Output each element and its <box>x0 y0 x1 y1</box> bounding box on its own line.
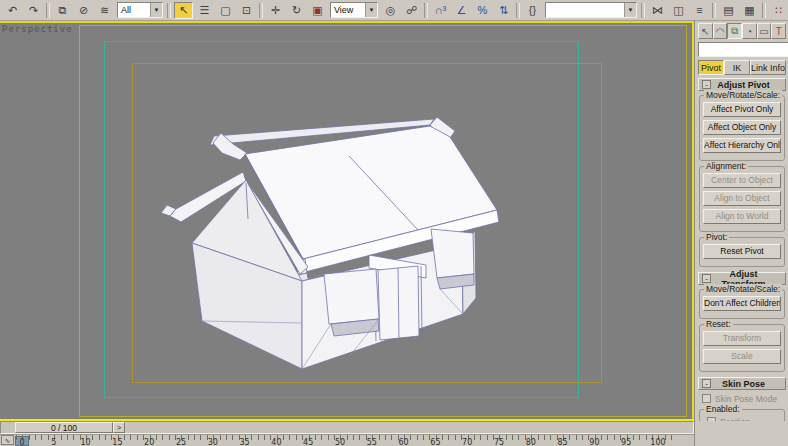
time-slider-handle[interactable]: 0 / 100 <box>15 422 113 433</box>
frame-label-80: 80 <box>526 438 536 446</box>
next-frame-button[interactable]: > <box>113 422 125 433</box>
frame-label-85: 85 <box>558 438 568 446</box>
subtab-pivot[interactable]: Pivot <box>698 60 724 75</box>
open-mini-curve-editor-icon[interactable]: ∿ <box>1 435 14 445</box>
edit-named-selection-sets-icon[interactable]: {} <box>523 2 542 19</box>
object-name-field[interactable] <box>698 42 788 57</box>
reset-pivot-button[interactable]: Reset Pivot <box>703 244 781 259</box>
group-label: Alignment: <box>704 161 748 171</box>
select-object-icon[interactable]: ↖ <box>174 2 193 19</box>
collapse-icon[interactable]: - <box>702 80 711 89</box>
tab-modify-icon[interactable]: ◠ <box>713 23 728 39</box>
toolbar-separator <box>424 3 428 18</box>
command-panel-tabs: ↖◠⧉◔▭T <box>698 23 786 40</box>
toolbar-separator <box>46 3 50 18</box>
select-by-name-icon[interactable]: ☰ <box>195 2 214 19</box>
rollout-header-skin-pose[interactable]: -Skin Pose <box>698 377 786 390</box>
toolbar-separator <box>259 3 263 18</box>
select-and-link-icon[interactable]: ⧉ <box>53 2 72 19</box>
tab-display-icon[interactable]: ▭ <box>757 23 772 39</box>
frame-label-35: 35 <box>240 438 250 446</box>
group-label: Reset: <box>704 319 733 329</box>
frame-label-55: 55 <box>367 438 377 446</box>
selection-filter-dropdown[interactable]: All▼ <box>117 2 163 18</box>
toolbar-separator <box>762 3 766 18</box>
chevron-down-icon[interactable]: ▼ <box>150 3 162 17</box>
schematic-view-icon[interactable]: ▦ <box>740 2 759 19</box>
layer-manager-icon[interactable]: ≡ <box>690 2 709 19</box>
undo-icon[interactable]: ↶ <box>3 2 22 19</box>
frame-label-15: 15 <box>112 438 122 446</box>
group-label: Move/Rotate/Scale: <box>704 284 782 294</box>
tab-hierarchy-icon[interactable]: ⧉ <box>727 23 742 39</box>
percent-snap-icon[interactable]: % <box>473 2 492 19</box>
bind-to-space-warp-icon[interactable]: ≋ <box>95 2 114 19</box>
scale-button: Scale <box>703 349 781 364</box>
align-icon[interactable]: ◫ <box>669 2 688 19</box>
subtab-ik[interactable]: IK <box>724 60 750 75</box>
collapse-icon[interactable]: - <box>702 379 711 388</box>
reference-coord-system-dropdown[interactable]: View▼ <box>330 2 378 18</box>
name-and-color-row <box>698 42 786 57</box>
angle-snap-icon[interactable]: ∠ <box>452 2 471 19</box>
select-and-manipulate-icon[interactable]: ☍ <box>402 2 421 19</box>
max-window: ↶↷⧉⊘≋All▼↖☰▢⊡✛↻▣View▼◎☍∩³∠%⇅{}▼⋈◫≡▤▦∷♨Vi… <box>0 0 788 446</box>
frame-label-75: 75 <box>494 438 504 446</box>
group-pivot-: Pivot:Reset Pivot <box>699 237 785 267</box>
window-crossing-icon[interactable]: ⊡ <box>237 2 256 19</box>
perspective-viewport[interactable]: Perspective <box>0 23 694 419</box>
toolbar-separator <box>712 3 716 18</box>
tab-create-icon[interactable]: ↖ <box>698 23 713 39</box>
rollout-title: Adjust Pivot <box>714 80 785 90</box>
affect-hierarchy-only-button[interactable]: Affect Hierarchy Only <box>703 138 781 153</box>
spinner-snap-icon[interactable]: ⇅ <box>494 2 513 19</box>
subtab-link-info[interactable]: Link Info <box>750 60 786 75</box>
select-and-rotate-icon[interactable]: ↻ <box>287 2 306 19</box>
frame-label-40: 40 <box>271 438 281 446</box>
group-alignment-: Alignment:Center to ObjectAlign to Objec… <box>699 166 785 232</box>
use-pivot-point-center-icon[interactable]: ◎ <box>381 2 400 19</box>
don-t-affect-children-button[interactable]: Don't Affect Children <box>703 296 781 311</box>
group-move-rotate-scale-: Move/Rotate/Scale:Affect Pivot OnlyAffec… <box>699 95 785 161</box>
named-selection-sets-dropdown[interactable]: ▼ <box>545 2 637 18</box>
select-and-scale-icon[interactable]: ▣ <box>308 2 327 19</box>
toolbar-separator <box>641 3 645 18</box>
viewport-label[interactable]: Perspective <box>2 24 73 34</box>
rect-selection-region-icon[interactable]: ▢ <box>216 2 235 19</box>
material-editor-icon[interactable]: ∷ <box>769 2 788 19</box>
time-slider-track[interactable]: 0 / 100 > <box>0 421 694 434</box>
main-toolbar: ↶↷⧉⊘≋All▼↖☰▢⊡✛↻▣View▼◎☍∩³∠%⇅{}▼⋈◫≡▤▦∷♨Vi… <box>0 0 788 21</box>
redo-icon[interactable]: ↷ <box>24 2 43 19</box>
select-and-move-icon[interactable]: ✛ <box>266 2 285 19</box>
frame-label-50: 50 <box>335 438 345 446</box>
chevron-down-icon[interactable]: ▼ <box>365 3 377 17</box>
curve-editor-icon[interactable]: ▤ <box>719 2 738 19</box>
bottom-right-filler <box>694 421 788 446</box>
tab-utilities-icon[interactable]: T <box>771 23 786 39</box>
frame-label-20: 20 <box>144 438 154 446</box>
frame-label-45: 45 <box>303 438 313 446</box>
checkbox-label: Skin Pose Mode <box>715 394 777 404</box>
rollout-title: Skin Pose <box>714 379 785 389</box>
hierarchy-subtabs: PivotIKLink Info <box>698 60 786 75</box>
safe-frame-title-safe <box>132 63 602 383</box>
chevron-down-icon[interactable]: ▼ <box>624 3 636 17</box>
affect-object-only-button[interactable]: Affect Object Only <box>703 120 781 135</box>
track-bar[interactable]: 0510152025303540455055606570758085909510… <box>0 434 694 446</box>
group-label: Enabled: <box>704 404 742 414</box>
toolbar-separator <box>167 3 171 18</box>
tab-motion-icon[interactable]: ◔ <box>742 23 757 39</box>
affect-pivot-only-button[interactable]: Affect Pivot Only <box>703 102 781 117</box>
mirror-icon[interactable]: ⋈ <box>648 2 667 19</box>
align-to-world-button: Align to World <box>703 209 781 224</box>
align-to-object-button: Align to Object <box>703 191 781 206</box>
frame-label-95: 95 <box>621 438 631 446</box>
command-panel: ↖◠⧉◔▭T PivotIKLink Info -Adjust PivotMov… <box>694 21 788 446</box>
frame-label-25: 25 <box>176 438 186 446</box>
checkbox-icon <box>702 394 711 403</box>
collapse-icon[interactable]: - <box>702 274 711 283</box>
group-move-rotate-scale-: Move/Rotate/Scale:Don't Affect Children <box>699 289 785 319</box>
snap-toggle-3d-icon[interactable]: ∩³ <box>431 2 450 19</box>
unlink-selection-icon[interactable]: ⊘ <box>74 2 93 19</box>
transform-button: Transform <box>703 331 781 346</box>
